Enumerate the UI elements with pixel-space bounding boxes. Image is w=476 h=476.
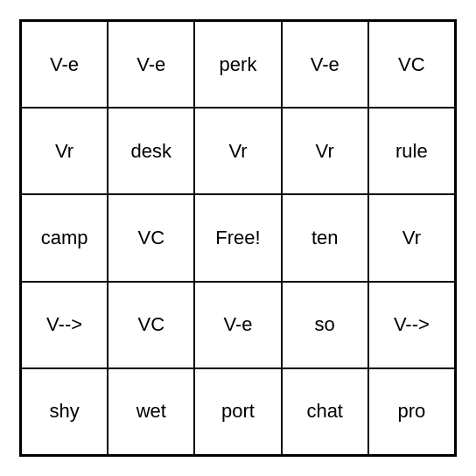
bingo-cell-5: Vr <box>21 108 108 194</box>
bingo-cell-23: chat <box>282 368 368 455</box>
bingo-cell-8: Vr <box>282 108 368 194</box>
bingo-cell-12: Free! <box>194 194 281 281</box>
bingo-cell-1: V-e <box>108 21 194 108</box>
bingo-cell-3: V-e <box>282 21 368 108</box>
bingo-cell-20: shy <box>21 368 108 455</box>
bingo-cell-2: perk <box>194 21 281 108</box>
bingo-cell-11: VC <box>108 194 194 281</box>
bingo-cell-15: V--> <box>21 282 108 368</box>
bingo-cell-4: VC <box>368 21 455 108</box>
bingo-cell-14: Vr <box>368 194 455 281</box>
bingo-cell-24: pro <box>368 368 455 455</box>
bingo-cell-22: port <box>194 368 281 455</box>
bingo-cell-17: V-e <box>194 282 281 368</box>
bingo-cell-7: Vr <box>194 108 281 194</box>
bingo-cell-18: so <box>282 282 368 368</box>
bingo-cell-9: rule <box>368 108 455 194</box>
bingo-cell-21: wet <box>108 368 194 455</box>
bingo-cell-16: VC <box>108 282 194 368</box>
bingo-cell-6: desk <box>108 108 194 194</box>
bingo-cell-10: camp <box>21 194 108 281</box>
bingo-board: V-eV-eperkV-eVCVrdeskVrVrrulecampVCFree!… <box>19 19 457 457</box>
bingo-cell-19: V--> <box>368 282 455 368</box>
bingo-cell-13: ten <box>282 194 368 281</box>
bingo-cell-0: V-e <box>21 21 108 108</box>
